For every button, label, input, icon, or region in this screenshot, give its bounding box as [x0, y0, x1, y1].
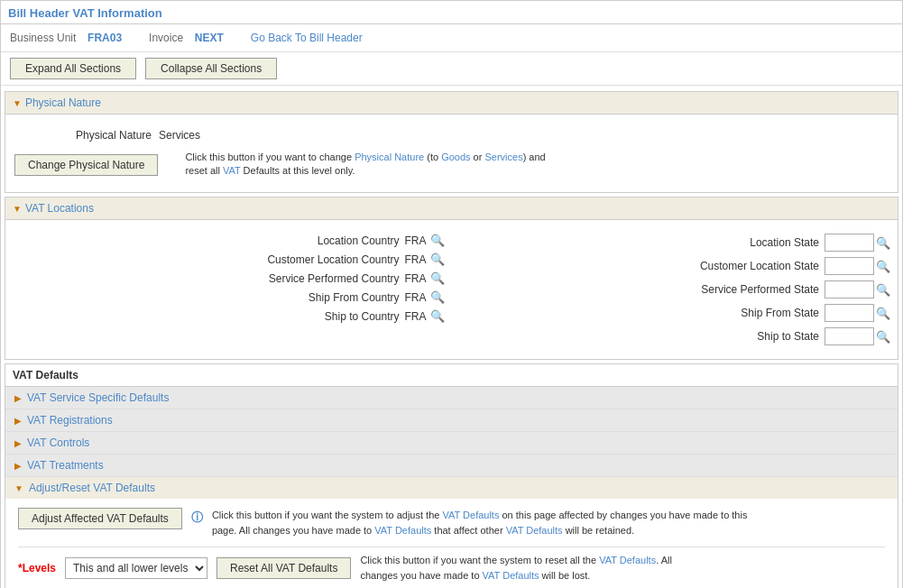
service-performed-state-input[interactable]: [825, 280, 874, 299]
physical-nature-body: Physical Nature Services Change Physical…: [5, 115, 898, 192]
business-unit-value: FRA03: [88, 32, 122, 44]
vat-registrations-subsection: ▶ VAT Registrations: [5, 409, 898, 432]
service-performed-country-row: Service Performed Country FRA 🔍: [5, 269, 452, 288]
ship-from-country-search-icon[interactable]: 🔍: [430, 290, 445, 304]
right-col: Location State 🔍 Customer Location State…: [452, 231, 898, 348]
location-country-label: Location Country: [243, 234, 405, 247]
ship-from-state-input[interactable]: [825, 304, 874, 322]
adjust-affected-button[interactable]: Adjust Affected VAT Defaults: [18, 508, 182, 529]
physical-nature-header[interactable]: ▼ Physical Nature: [5, 92, 898, 115]
ship-to-state-input[interactable]: [825, 327, 874, 345]
location-country-row: Location Country FRA 🔍: [5, 231, 452, 250]
vat-defaults-title: VAT Defaults: [5, 364, 898, 387]
customer-location-country-search-icon[interactable]: 🔍: [430, 253, 445, 266]
reset-all-button[interactable]: Reset All VAT Defaults: [217, 557, 351, 579]
triangle-closed-icon: ▶: [14, 416, 22, 426]
reset-help-text: Click this button if you want the system…: [360, 553, 703, 583]
location-state-input[interactable]: [825, 234, 874, 252]
adjust-reset-header[interactable]: ▼ Adjust/Reset VAT Defaults: [5, 477, 898, 499]
adjust-row: Adjust Affected VAT Defaults ⓘ Click thi…: [18, 508, 885, 537]
customer-location-country-row: Customer Location Country FRA 🔍: [5, 250, 452, 269]
physical-nature-row: Physical Nature Services: [14, 124, 889, 147]
ship-from-state-row: Ship From State 🔍: [452, 301, 898, 325]
vat-treatments-subsection: ▶ VAT Treatments: [5, 455, 898, 477]
invoice-label: Invoice: [149, 32, 183, 44]
divider: [18, 547, 885, 547]
triangle-open-icon: ▼: [13, 98, 22, 108]
triangle-closed-icon: ▶: [14, 461, 22, 471]
vat-controls-label: VAT Controls: [27, 436, 89, 449]
ship-from-country-label: Ship From Country: [243, 291, 405, 304]
vat-locations-header[interactable]: ▼ VAT Locations: [5, 198, 898, 220]
ship-to-country-value: FRA: [405, 310, 427, 323]
service-performed-country-value: FRA: [405, 272, 427, 285]
location-state-row: Location State 🔍: [452, 231, 898, 254]
physical-nature-title: Physical Nature: [25, 96, 101, 109]
locations-grid: Location Country FRA 🔍 Customer Location…: [5, 224, 898, 355]
page-title: Bill Header VAT Information: [1, 1, 902, 24]
service-performed-country-search-icon[interactable]: 🔍: [430, 271, 445, 285]
vat-locations-title: VAT Locations: [25, 202, 94, 215]
info-icon[interactable]: ⓘ: [191, 510, 203, 526]
ship-from-state-label: Ship From State: [662, 307, 825, 319]
location-country-search-icon[interactable]: 🔍: [430, 234, 445, 247]
ship-from-country-row: Ship From Country FRA 🔍: [5, 288, 452, 307]
vat-locations-section: ▼ VAT Locations Location Country FRA 🔍 C…: [5, 197, 898, 360]
physical-nature-field-label: Physical Nature: [14, 129, 159, 142]
customer-location-country-value: FRA: [405, 253, 427, 266]
customer-location-state-row: Customer Location State 🔍: [452, 254, 898, 278]
ship-from-state-search-icon[interactable]: 🔍: [876, 307, 890, 320]
vat-service-specific-header[interactable]: ▶ VAT Service Specific Defaults: [5, 387, 898, 409]
service-performed-state-search-icon[interactable]: 🔍: [876, 283, 890, 297]
vat-locations-body: Location Country FRA 🔍 Customer Location…: [5, 220, 898, 359]
change-physical-nature-button[interactable]: Change Physical Nature: [14, 154, 158, 176]
service-performed-country-label: Service Performed Country: [243, 272, 405, 285]
left-col: Location Country FRA 🔍 Customer Location…: [5, 231, 452, 348]
adjust-help-text: Click this button if you want the system…: [212, 508, 771, 537]
customer-location-country-label: Customer Location Country: [243, 253, 405, 266]
ship-to-country-label: Ship to Country: [243, 310, 405, 323]
ship-to-country-search-icon[interactable]: 🔍: [430, 309, 445, 323]
adjust-reset-subsection: ▼ Adjust/Reset VAT Defaults Adjust Affec…: [5, 477, 898, 588]
triangle-closed-icon: ▶: [14, 438, 22, 448]
adjust-reset-label: Adjust/Reset VAT Defaults: [29, 482, 155, 494]
vat-registrations-header[interactable]: ▶ VAT Registrations: [5, 409, 898, 431]
ship-to-state-row: Ship to State 🔍: [452, 325, 898, 348]
vat-defaults-section: VAT Defaults ▶ VAT Service Specific Defa…: [5, 363, 898, 588]
physical-nature-help: Click this button if you want to change …: [185, 151, 564, 179]
vat-service-specific-label: VAT Service Specific Defaults: [27, 391, 169, 404]
header-bar: Business Unit FRA03 Invoice NEXT Go Back…: [1, 24, 902, 52]
vat-controls-header[interactable]: ▶ VAT Controls: [5, 432, 898, 454]
business-unit: Business Unit FRA03: [10, 32, 122, 44]
invoice-value: NEXT: [195, 32, 224, 44]
ship-to-state-search-icon[interactable]: 🔍: [876, 330, 890, 344]
business-unit-label: Business Unit: [10, 32, 76, 44]
levels-label: *Levels: [18, 562, 56, 574]
vat-treatments-header[interactable]: ▶ VAT Treatments: [5, 455, 898, 476]
collapse-all-button[interactable]: Collapse All Sections: [145, 58, 277, 79]
location-state-search-icon[interactable]: 🔍: [876, 236, 890, 250]
vat-controls-subsection: ▶ VAT Controls: [5, 432, 898, 455]
customer-location-state-label: Customer Location State: [662, 260, 825, 272]
customer-location-state-input[interactable]: [825, 257, 874, 275]
ship-to-state-label: Ship to State: [662, 330, 825, 343]
triangle-open-icon: ▼: [13, 204, 22, 214]
ship-to-country-row: Ship to Country FRA 🔍: [5, 307, 452, 326]
physical-nature-section: ▼ Physical Nature Physical Nature Servic…: [5, 91, 898, 193]
customer-location-state-search-icon[interactable]: 🔍: [876, 260, 890, 273]
service-performed-state-label: Service Performed State: [662, 283, 825, 296]
ship-from-country-value: FRA: [405, 291, 427, 304]
levels-row: *Levels This and all lower levels This l…: [18, 553, 885, 588]
location-country-value: FRA: [405, 234, 427, 247]
levels-select[interactable]: This and all lower levels This level onl…: [65, 557, 207, 579]
physical-nature-field-value: Services: [159, 129, 200, 142]
triangle-closed-icon: ▶: [14, 393, 22, 403]
invoice: Invoice NEXT: [149, 32, 224, 44]
triangle-open-icon: ▼: [14, 483, 23, 493]
go-back-link[interactable]: Go Back To Bill Header: [251, 32, 363, 44]
toolbar: Expand All Sections Collapse All Section…: [1, 52, 902, 86]
vat-registrations-label: VAT Registrations: [27, 414, 113, 427]
service-performed-state-row: Service Performed State 🔍: [452, 278, 898, 301]
vat-service-specific-subsection: ▶ VAT Service Specific Defaults: [5, 387, 898, 409]
expand-all-button[interactable]: Expand All Sections: [10, 58, 136, 79]
